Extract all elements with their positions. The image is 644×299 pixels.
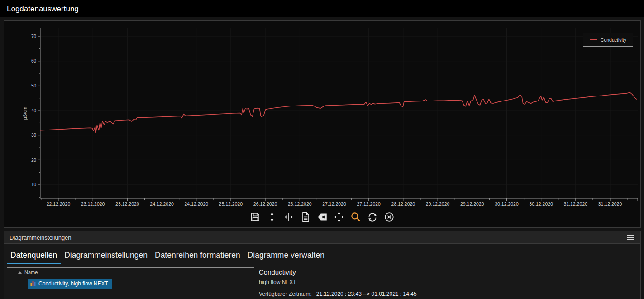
svg-text:24.12.2020: 24.12.2020: [150, 201, 174, 207]
refresh-button[interactable]: [366, 210, 379, 224]
svg-text:28.12.2020: 28.12.2020: [391, 201, 415, 207]
details-title: Conductivity: [259, 268, 417, 276]
svg-text:26.12.2020: 26.12.2020: [288, 201, 312, 207]
fit-horizontal-axis-button[interactable]: [282, 210, 296, 224]
settings-panel-title: Diagrammeinstellungen: [10, 234, 72, 241]
tab-datenreihen-formatieren[interactable]: Datenreihen formatieren: [151, 249, 244, 264]
cancel-icon: [383, 211, 395, 223]
bar-chart-icon: [30, 280, 36, 287]
fit-vertical-axis-icon: [266, 211, 278, 223]
svg-text:31.12.2020: 31.12.2020: [564, 201, 588, 207]
report-button[interactable]: [299, 210, 312, 224]
refresh-icon: [367, 211, 378, 223]
svg-text:26.12.2020: 26.12.2020: [253, 201, 277, 207]
svg-text:24.12.2020: 24.12.2020: [185, 201, 209, 207]
svg-text:30.12.2020: 30.12.2020: [495, 201, 519, 207]
chart-toolbar: [4, 210, 640, 224]
datasource-list: Name Conductivity, high flow NEXT: [7, 267, 254, 299]
svg-text:29.12.2020: 29.12.2020: [460, 201, 484, 207]
legend-line-sample: [590, 39, 597, 40]
tab-datenquellen[interactable]: Datenquellen: [7, 249, 61, 264]
svg-text:10: 10: [31, 182, 37, 187]
svg-text:60: 60: [31, 58, 37, 63]
svg-text:27.12.2020: 27.12.2020: [357, 201, 381, 207]
zoom-button[interactable]: [349, 210, 363, 224]
chart-panel: 22.12.202023.12.202023.12.202024.12.2020…: [4, 20, 641, 228]
column-header-label: Name: [24, 270, 38, 275]
sort-ascending-icon: [18, 271, 22, 274]
app-window: Logdatenauswertung 22.12.202023.12.20202…: [0, 0, 644, 299]
pan-button[interactable]: [332, 210, 346, 224]
svg-text:23.12.2020: 23.12.2020: [115, 201, 139, 207]
datasource-item-label: Conductivity, high flow NEXT: [38, 280, 108, 287]
clear-icon: [316, 211, 328, 223]
svg-text:29.12.2020: 29.12.2020: [426, 201, 450, 207]
save-icon: [249, 211, 261, 223]
save-button[interactable]: [248, 210, 262, 224]
settings-panel: Diagrammeinstellungen Datenquellen Diagr…: [4, 231, 641, 299]
svg-text:20: 20: [31, 158, 37, 163]
fit-vertical-axis-button[interactable]: [265, 210, 279, 224]
svg-text:27.12.2020: 27.12.2020: [322, 201, 346, 207]
datasource-item-conductivity[interactable]: Conductivity, high flow NEXT: [28, 279, 112, 289]
svg-text:22.12.2020: 22.12.2020: [47, 201, 71, 207]
svg-text:30.12.2020: 30.12.2020: [529, 201, 553, 207]
settings-panel-header: Diagrammeinstellungen: [4, 231, 640, 244]
tab-diagrammeinstellungen[interactable]: Diagrammeinstellungen: [61, 249, 151, 264]
svg-text:40: 40: [31, 108, 37, 113]
zoom-icon: [350, 211, 362, 223]
clear-button[interactable]: [315, 210, 329, 224]
svg-text:31.12.2020: 31.12.2020: [598, 201, 622, 207]
hamburger-menu-icon[interactable]: [626, 234, 635, 241]
range-label: Verfügbarer Zeitraum:: [259, 291, 312, 297]
settings-content: Name Conductivity, high flow NEXT Conduc…: [7, 267, 638, 299]
report-icon: [300, 211, 311, 223]
svg-text:50: 50: [31, 83, 37, 88]
range-value: 21.12.2020 : 23:43 --> 01.01.2021 : 14:4…: [316, 291, 417, 297]
svg-text:25.12.2020: 25.12.2020: [219, 201, 243, 207]
svg-text:µS/cm: µS/cm: [23, 107, 28, 120]
title-bar: Logdatenauswertung: [0, 0, 644, 17]
pan-icon: [333, 211, 345, 223]
details-available-range: Verfügbarer Zeitraum:21.12.2020 : 23:43 …: [259, 291, 417, 297]
tab-diagramme-verwalten[interactable]: Diagramme verwalten: [244, 249, 328, 264]
conductivity-chart-canvas[interactable]: 22.12.202023.12.202023.12.202024.12.2020…: [4, 21, 640, 208]
svg-text:30: 30: [31, 133, 37, 138]
legend-label: Conductivity: [601, 37, 626, 43]
cancel-button[interactable]: [382, 210, 396, 224]
svg-text:23.12.2020: 23.12.2020: [81, 201, 105, 207]
datasource-row: Conductivity, high flow NEXT: [7, 279, 254, 289]
window-title: Logdatenauswertung: [7, 5, 79, 13]
list-column-header-name[interactable]: Name: [7, 268, 254, 277]
tab-bar: Datenquellen Diagrammeinstellungen Daten…: [7, 249, 328, 264]
fit-horizontal-axis-icon: [283, 211, 295, 223]
svg-text:70: 70: [31, 34, 37, 39]
datasource-details: Conductivity high flow NEXT Verfügbarer …: [259, 267, 417, 299]
chart-legend[interactable]: Conductivity: [583, 33, 633, 47]
details-subtitle: high flow NEXT: [259, 279, 417, 285]
